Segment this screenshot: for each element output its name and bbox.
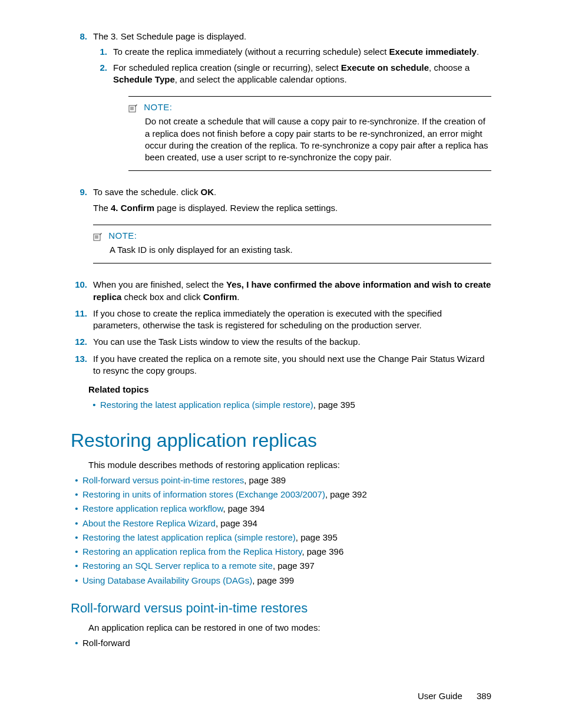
related-topics-title: Related topics xyxy=(88,384,491,396)
text: The xyxy=(93,203,111,213)
step-10: 10. When you are finished, select the Ye… xyxy=(71,279,491,303)
link-about-wizard[interactable]: About the Restore Replica Wizard xyxy=(82,518,216,528)
note-header: NOTE: xyxy=(93,230,491,242)
list-item: •Using Database Availability Groups (DAG… xyxy=(71,575,491,587)
text: check box and click xyxy=(121,292,203,302)
link-restoring-units[interactable]: Restoring in units of information stores… xyxy=(82,489,325,499)
page-number: 389 xyxy=(477,691,491,701)
section-intro: This module describes methods of restori… xyxy=(88,459,491,471)
note-title: NOTE: xyxy=(144,102,172,112)
sub-steps: 1. To create the replica immediately (wi… xyxy=(93,46,491,85)
step-body: You can use the Task Lists window to vie… xyxy=(93,336,491,348)
link-restoring-history[interactable]: Restoring an application replica from th… xyxy=(82,546,302,556)
bullet-icon: • xyxy=(71,575,82,587)
bullet-icon: • xyxy=(71,546,82,558)
bold-text: Confirm xyxy=(203,292,237,302)
note-icon xyxy=(93,232,103,241)
list-body: Roll-forward xyxy=(82,637,491,649)
link-restoring-sql[interactable]: Restoring an SQL Server replica to a rem… xyxy=(82,561,273,571)
list-body: Restoring the latest application replica… xyxy=(100,399,491,411)
list-item: •Restoring an application replica from t… xyxy=(71,546,491,558)
step-body: The 3. Set Schedule page is displayed. 1… xyxy=(93,31,491,182)
text: . xyxy=(214,187,216,197)
text: , page 392 xyxy=(325,489,367,499)
list-item: • Restoring the latest application repli… xyxy=(88,399,491,411)
text: . xyxy=(237,292,239,302)
bold-text: Schedule Type xyxy=(113,74,175,84)
list-body: Restoring the latest application replica… xyxy=(82,532,491,543)
line: The 4. Confirm page is displayed. Review… xyxy=(93,202,491,214)
bullet-icon: • xyxy=(71,532,82,543)
text: , choose a xyxy=(429,62,470,73)
substep-number: 2. xyxy=(93,62,113,86)
text: , page 394 xyxy=(223,503,265,513)
step-number: 11. xyxy=(71,308,93,332)
bold-text: Execute on schedule xyxy=(341,62,429,73)
page-footer: User Guide 389 xyxy=(418,690,491,702)
list-item: •Roll-forward versus point-in-time resto… xyxy=(71,475,491,486)
step-13: 13. If you have created the replica on a… xyxy=(71,353,491,377)
text: . xyxy=(477,47,479,57)
bullet-icon: • xyxy=(71,637,82,649)
sub-step-2: 2. For scheduled replica creation (singl… xyxy=(93,62,491,86)
text: , page 389 xyxy=(244,475,286,485)
step-body: If you chose to create the replica immed… xyxy=(93,308,491,332)
list-body: Roll-forward versus point-in-time restor… xyxy=(82,475,491,486)
sub-step-1: 1. To create the replica immediately (wi… xyxy=(93,46,491,58)
list-body: Using Database Availability Groups (DAGs… xyxy=(82,575,491,587)
step-text: The 3. Set Schedule page is displayed. xyxy=(93,31,246,41)
text: , page 397 xyxy=(273,561,315,571)
step-body: To save the schedule. click OK. The 4. C… xyxy=(93,186,491,274)
bullet-icon: • xyxy=(88,399,100,411)
bold-text: 4. Confirm xyxy=(111,203,154,213)
link-roll-forward[interactable]: Roll-forward versus point-in-time restor… xyxy=(82,475,244,485)
note-body: A Task ID is only displayed for an exist… xyxy=(93,244,491,256)
related-topics: Related topics • Restoring the latest ap… xyxy=(88,384,491,411)
note-header: NOTE: xyxy=(128,101,491,113)
text: To save the schedule. click xyxy=(93,187,201,197)
step-body: If you have created the replica on a rem… xyxy=(93,353,491,377)
text: , page 395 xyxy=(296,532,338,542)
list-item: •Restore application replica workflow, p… xyxy=(71,503,491,515)
step-body: When you are finished, select the Yes, I… xyxy=(93,279,491,303)
list-item: •About the Restore Replica Wizard, page … xyxy=(71,518,491,529)
text: page is displayed. Review the replica se… xyxy=(154,203,338,213)
bold-text: Execute immediately xyxy=(389,47,477,57)
bullet-icon: • xyxy=(71,489,82,500)
heading-roll-forward: Roll-forward versus point-in-time restor… xyxy=(71,599,491,617)
modes-list: •Roll-forward xyxy=(71,637,491,649)
bullet-icon: • xyxy=(71,475,82,486)
text: , and select the applicable calendar opt… xyxy=(175,74,347,84)
text: , page 399 xyxy=(252,575,294,585)
document-page: 8. The 3. Set Schedule page is displayed… xyxy=(0,0,562,728)
link-restoring-latest[interactable]: Restoring the latest application replica… xyxy=(100,400,313,410)
text: For scheduled replica creation (single o… xyxy=(113,62,341,73)
step-12: 12. You can use the Task Lists window to… xyxy=(71,336,491,348)
substep-body: For scheduled replica creation (single o… xyxy=(113,62,491,86)
list-body: Restoring an application replica from th… xyxy=(82,546,491,558)
bullet-icon: • xyxy=(71,518,82,529)
text: , page 396 xyxy=(302,546,343,556)
note-block: NOTE: A Task ID is only displayed for an… xyxy=(93,225,491,264)
link-restoring-latest[interactable]: Restoring the latest application replica… xyxy=(82,532,296,542)
substep-body: To create the replica immediately (witho… xyxy=(113,46,491,58)
text: , page 395 xyxy=(313,400,355,410)
substep-number: 1. xyxy=(93,46,113,58)
list-body: Restore application replica workflow, pa… xyxy=(82,503,491,515)
step-9: 9. To save the schedule. click OK. The 4… xyxy=(71,186,491,274)
note-body: Do not create a schedule that will cause… xyxy=(128,116,491,163)
toc-list: •Roll-forward versus point-in-time resto… xyxy=(71,475,491,587)
list-body: Restoring an SQL Server replica to a rem… xyxy=(82,560,491,572)
text: To create the replica immediately (witho… xyxy=(113,47,389,57)
related-topics-list: • Restoring the latest application repli… xyxy=(88,399,491,411)
link-using-dags[interactable]: Using Database Availability Groups (DAGs… xyxy=(82,575,252,585)
step-number: 9. xyxy=(71,186,93,274)
list-body: Restoring in units of information stores… xyxy=(82,489,491,500)
list-item: •Restoring in units of information store… xyxy=(71,489,491,500)
bold-text: OK xyxy=(201,187,214,197)
note-title: NOTE: xyxy=(108,230,137,241)
text: When you are finished, select the xyxy=(93,279,226,289)
bullet-icon: • xyxy=(71,503,82,515)
link-restore-workflow[interactable]: Restore application replica workflow xyxy=(82,503,223,513)
bullet-icon: • xyxy=(71,560,82,572)
